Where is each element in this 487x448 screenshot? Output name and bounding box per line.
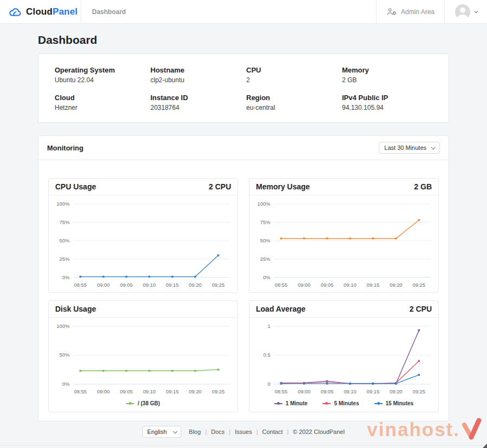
chart-card-memory-usage: Memory Usage 2 GB 100%75%50%25%0%08:5509… xyxy=(249,178,439,293)
info-field-memory: Memory 2 GB xyxy=(342,66,432,84)
svg-text:09:05: 09:05 xyxy=(321,282,334,288)
user-menu-button[interactable] xyxy=(445,0,487,23)
legend-item[interactable]: 15 Minutes xyxy=(374,400,414,406)
legend-label: 1 Minute xyxy=(286,400,308,406)
server-info-card: Operating System Ubuntu 22.04 Hostname c… xyxy=(38,54,449,123)
svg-text:50%: 50% xyxy=(260,238,271,243)
chart-card-disk-usage: Disk Usage 100%50%0%08:5509:0009:0509:10… xyxy=(48,300,238,412)
memory-usage-chart: 100%75%50%25%0%08:5509:0009:0509:1009:15… xyxy=(249,195,438,292)
page-title: Dashboard xyxy=(38,34,449,47)
svg-text:09:15: 09:15 xyxy=(367,282,380,288)
legend-line-icon xyxy=(274,403,282,404)
svg-text:75%: 75% xyxy=(60,219,70,225)
svg-text:09:00: 09:00 xyxy=(97,388,110,394)
chevron-down-icon xyxy=(173,429,177,433)
info-field-cpu: CPU 2 xyxy=(246,66,337,84)
copyright: © 2022 CloudPanel xyxy=(293,429,345,435)
cpu-usage-chart: 100%75%50%25%0%08:5509:0009:0509:1009:15… xyxy=(49,195,238,292)
chart-capacity-label: 2 CPU xyxy=(209,182,231,191)
chart-legend: / (38 GB) xyxy=(49,399,238,412)
svg-text:0%: 0% xyxy=(62,274,70,280)
svg-text:09:05: 09:05 xyxy=(120,388,133,394)
legend-item[interactable]: / (38 GB) xyxy=(126,400,160,406)
svg-text:08:55: 08:55 xyxy=(74,388,87,394)
legend-line-icon xyxy=(126,403,134,404)
svg-text:0%: 0% xyxy=(263,274,271,280)
svg-text:09:05: 09:05 xyxy=(120,282,133,288)
top-navbar: CloudPanel Dashboard Admin Area xyxy=(0,0,487,24)
chart-title: Disk Usage xyxy=(55,305,96,313)
footer-link-issues[interactable]: Issues xyxy=(235,429,252,435)
svg-text:09:00: 09:00 xyxy=(298,388,311,394)
svg-text:09:20: 09:20 xyxy=(189,388,202,394)
info-field-hostname: Hostname clp2-ubuntu xyxy=(150,66,241,84)
footer-link-contact[interactable]: Contact xyxy=(262,429,283,435)
svg-text:1: 1 xyxy=(267,323,270,329)
brand-logo[interactable]: CloudPanel xyxy=(0,0,81,23)
svg-text:09:15: 09:15 xyxy=(166,282,179,288)
svg-text:08:55: 08:55 xyxy=(74,282,87,288)
svg-text:09:10: 09:10 xyxy=(143,388,156,394)
chart-legend: 1 Minute5 Minutes15 Minutes xyxy=(249,399,438,412)
corner-resize-handle xyxy=(483,444,487,448)
monitoring-title: Monitoring xyxy=(47,144,83,152)
info-field-region: Region eu-central xyxy=(246,94,337,111)
svg-text:100%: 100% xyxy=(57,201,70,207)
chart-card-load-average: Load Average 2 CPU 10.5008:5509:0009:050… xyxy=(249,300,439,412)
info-field-instance-id: Instance ID 20318764 xyxy=(150,94,241,111)
chart-title: Memory Usage xyxy=(256,182,310,191)
svg-text:08:55: 08:55 xyxy=(275,388,288,394)
chart-title: CPU Usage xyxy=(55,182,96,191)
svg-text:25%: 25% xyxy=(260,256,271,262)
svg-text:09:00: 09:00 xyxy=(97,282,110,288)
svg-text:50%: 50% xyxy=(60,238,70,243)
svg-text:09:20: 09:20 xyxy=(390,388,403,394)
time-range-select[interactable]: Last 30 Minutes xyxy=(379,142,440,154)
brand-name: CloudPanel xyxy=(26,6,78,17)
footer-link-blog[interactable]: Blog xyxy=(189,429,201,435)
svg-text:09:10: 09:10 xyxy=(143,282,156,288)
admin-area-label: Admin Area xyxy=(401,8,435,16)
chevron-down-icon xyxy=(431,145,435,149)
svg-text:09:25: 09:25 xyxy=(212,282,225,288)
chart-capacity-label: 2 GB xyxy=(414,182,432,191)
chart-capacity-label: 2 CPU xyxy=(410,305,432,313)
users-gear-icon xyxy=(386,8,397,16)
legend-line-icon xyxy=(323,403,331,404)
disk-usage-chart: 100%50%0%08:5509:0009:0509:1009:1509:200… xyxy=(49,318,238,399)
legend-item[interactable]: 1 Minute xyxy=(274,400,308,406)
svg-text:09:25: 09:25 xyxy=(413,282,426,288)
legend-line-icon xyxy=(374,403,383,404)
avatar xyxy=(455,4,471,20)
footer-link-docs[interactable]: Docs xyxy=(211,429,225,435)
admin-area-button[interactable]: Admin Area xyxy=(376,0,445,23)
svg-text:09:10: 09:10 xyxy=(344,388,357,394)
chart-title: Load Average xyxy=(256,305,306,313)
svg-text:08:55: 08:55 xyxy=(275,282,288,288)
svg-text:100%: 100% xyxy=(57,323,70,329)
chart-card-cpu-usage: CPU Usage 2 CPU 100%75%50%25%0%08:5509:0… xyxy=(48,178,238,293)
page-bottom-divider xyxy=(0,445,487,446)
svg-text:25%: 25% xyxy=(60,256,70,262)
svg-text:0.5: 0.5 xyxy=(264,352,271,358)
svg-text:09:00: 09:00 xyxy=(298,282,311,288)
chevron-down-icon xyxy=(475,9,478,13)
legend-label: / (38 GB) xyxy=(137,400,160,406)
svg-text:75%: 75% xyxy=(260,219,271,225)
footer: English Blog | Docs | Issues | Contact |… xyxy=(38,426,449,438)
svg-text:09:15: 09:15 xyxy=(166,388,179,394)
svg-text:09:10: 09:10 xyxy=(344,282,357,288)
legend-label: 15 Minutes xyxy=(386,400,414,406)
info-field-ipv4-public-ip: IPv4 Public IP 94.130.105.94 xyxy=(342,94,432,111)
svg-text:09:25: 09:25 xyxy=(212,388,225,394)
language-select[interactable]: English xyxy=(142,426,181,438)
cloud-logo-icon xyxy=(9,7,22,17)
svg-text:09:25: 09:25 xyxy=(413,388,426,394)
svg-text:09:20: 09:20 xyxy=(390,282,403,288)
breadcrumb: Dashboard xyxy=(81,0,137,23)
legend-item[interactable]: 5 Minutes xyxy=(323,400,359,406)
svg-text:0: 0 xyxy=(267,381,270,387)
legend-label: 5 Minutes xyxy=(334,400,359,406)
svg-text:09:05: 09:05 xyxy=(321,388,334,394)
svg-text:0%: 0% xyxy=(62,381,70,387)
